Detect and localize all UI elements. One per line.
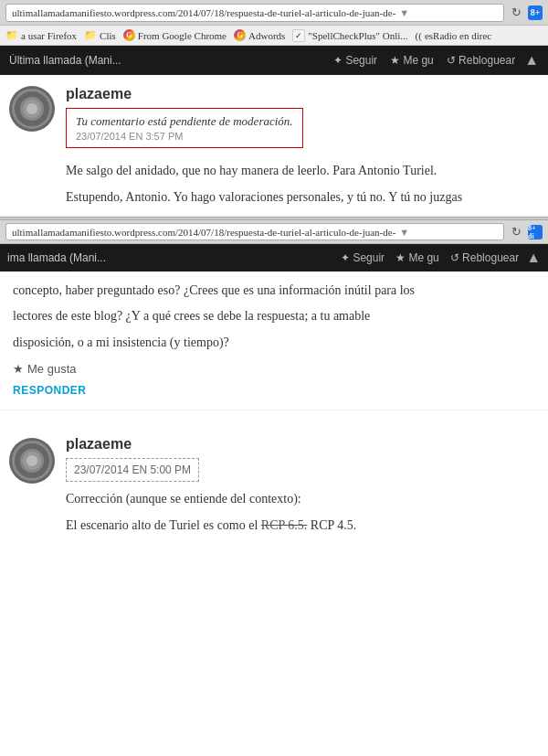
folder-icon-2: 📁: [84, 29, 97, 41]
moderation-text-1: Tu comentario está pendiente de moderaci…: [76, 114, 293, 129]
section2-text-3: disposición, o a mi insistencia (y tiemp…: [13, 333, 535, 353]
like-btn-2[interactable]: ★ Me gu: [392, 250, 443, 266]
maximize-btn-2[interactable]: ▲: [526, 250, 541, 266]
google-account-btn-2[interactable]: 8+ di: [528, 225, 543, 240]
google-icon-1: 8+: [531, 7, 541, 17]
bookmark-radio[interactable]: (( esRadio en direc: [416, 30, 492, 41]
address-bar-row-2: ultimallamadamanifiesto.wordpress.com/20…: [0, 220, 548, 244]
url-bar-1[interactable]: ultimallamadamanifiesto.wordpress.com/20…: [5, 4, 504, 22]
google-icon-2: 8+ di: [528, 224, 543, 240]
bookmarks-bar: 📁 a usar Firefox 📁 Clis G From Google Ch…: [0, 26, 548, 46]
url-bar-2[interactable]: ultimallamadamanifiesto.wordpress.com/20…: [5, 223, 504, 240]
section2-text-2: lectores de este blog? ¿Y a qué crees se…: [13, 306, 535, 326]
scenario-text-2: El escenario alto de Turiel es como el R…: [66, 516, 539, 536]
url-dropdown-1[interactable]: ▼: [399, 7, 409, 18]
wp-admin-bar-1: Última llamada (Mani... ✦ Seguir ★ Me gu…: [0, 46, 548, 75]
section2-text-1: concepto, haber preguntado eso? ¿Crees q…: [13, 281, 535, 301]
follow-btn-1[interactable]: ✦ Seguir: [330, 52, 381, 69]
bookmark-chrome[interactable]: G From Google Chrome: [123, 29, 227, 41]
avatar-dot-2: [25, 453, 39, 468]
url-dropdown-2[interactable]: ▼: [399, 227, 409, 238]
reblog-btn-2[interactable]: ↺ Rebloguear: [447, 250, 522, 266]
avatar-1: [9, 86, 55, 132]
browser-chrome-1: ultimallamadamanifiesto.wordpress.com/20…: [0, 0, 548, 75]
folder-icon: 📁: [5, 29, 18, 41]
bookmark-radio-label: esRadio en direc: [425, 30, 491, 41]
rcp-normal: RCP 4.5.: [307, 518, 356, 532]
spell-icon: ✓: [292, 29, 305, 42]
bookmark-firefox[interactable]: 📁 a usar Firefox: [5, 29, 77, 41]
maximize-btn-1[interactable]: ▲: [524, 52, 539, 69]
bookmark-clis-label: Clis: [100, 30, 116, 41]
bookmark-firefox-label: a usar Firefox: [21, 30, 77, 41]
me-gusta-label: Me gusta: [27, 362, 76, 376]
browser-chrome-2: ultimallamadamanifiesto.wordpress.com/20…: [0, 220, 548, 272]
address-bar-row-1: ultimallamadamanifiesto.wordpress.com/20…: [0, 0, 548, 26]
bookmark-adwords-label: Adwords: [248, 30, 285, 41]
content-section-2: concepto, haber preguntado eso? ¿Crees q…: [0, 272, 548, 410]
date-box-2: 23/07/2014 EN 5:00 PM: [66, 458, 199, 482]
correction-text-2: Corrección (aunque se entiende del conte…: [66, 489, 539, 509]
spacer: [0, 410, 548, 421]
scenario-prefix: El escenario alto de Turiel es como el: [66, 518, 261, 532]
me-gusta-area: ★ Me gusta: [13, 362, 535, 377]
reblog-btn-1[interactable]: ↺ Rebloguear: [443, 52, 519, 69]
rcp-strikethrough: RCP 6.5.: [261, 518, 307, 532]
avatar-dot-1: [25, 101, 39, 116]
wp-blog-title-1: Última llamada (Mani...: [9, 54, 324, 67]
wp-admin-bar-2: ima llamada (Mani... ✦ Seguir ★ Me gu ↺ …: [0, 244, 548, 272]
refresh-btn-1[interactable]: ↻: [508, 5, 524, 21]
follow-btn-2[interactable]: ✦ Seguir: [337, 250, 388, 266]
comment-date-1: 23/07/2014 EN 3:57 PM: [76, 131, 293, 142]
comment-text-1b: Estupendo, Antonio. Yo hago valoraciones…: [66, 187, 539, 207]
avatar-2: [9, 438, 55, 484]
radio-icon: ((: [416, 30, 422, 41]
like-btn-1[interactable]: ★ Me gu: [386, 52, 437, 69]
comment-author-2: plazaeme: [66, 436, 539, 453]
bookmark-adwords[interactable]: G Adwords: [234, 29, 285, 41]
me-gusta-btn[interactable]: ★ Me gusta: [13, 362, 76, 376]
comment-block-1: plazaeme Tu comentario está pendiente de…: [0, 75, 548, 217]
bookmark-clis[interactable]: 📁 Clis: [84, 29, 116, 41]
wp-blog-title-2: ima llamada (Mani...: [7, 251, 333, 264]
google-account-btn-1[interactable]: 8+: [528, 5, 543, 20]
star-icon: ★: [13, 362, 24, 376]
bookmark-chrome-label: From Google Chrome: [138, 30, 227, 41]
chrome-icon: G: [123, 29, 135, 41]
adwords-icon: G: [234, 29, 246, 41]
bookmark-spell[interactable]: ✓ "SpellCheckPlus" Onli...: [292, 29, 407, 42]
date-text-2: 23/07/2014 EN 5:00 PM: [74, 463, 191, 476]
refresh-btn-2[interactable]: ↻: [508, 224, 524, 240]
responder-link[interactable]: RESPONDER: [13, 384, 535, 397]
moderation-notice-1: Tu comentario está pendiente de moderaci…: [66, 108, 303, 148]
comment-content-2: plazaeme 23/07/2014 EN 5:00 PM Correcció…: [66, 436, 539, 541]
bookmark-spell-label: "SpellCheckPlus" Onli...: [308, 30, 407, 41]
url-text-1: ultimallamadamanifiesto.wordpress.com/20…: [12, 7, 395, 18]
comment-author-1: plazaeme: [66, 86, 539, 102]
url-text-2: ultimallamadamanifiesto.wordpress.com/20…: [12, 227, 395, 238]
comment-block-2: plazaeme 23/07/2014 EN 5:00 PM Correcció…: [0, 425, 548, 550]
comment-content-1: plazaeme Tu comentario está pendiente de…: [66, 86, 539, 207]
comment-text-1a: Me salgo del anidado, que no hay manera …: [66, 161, 539, 180]
